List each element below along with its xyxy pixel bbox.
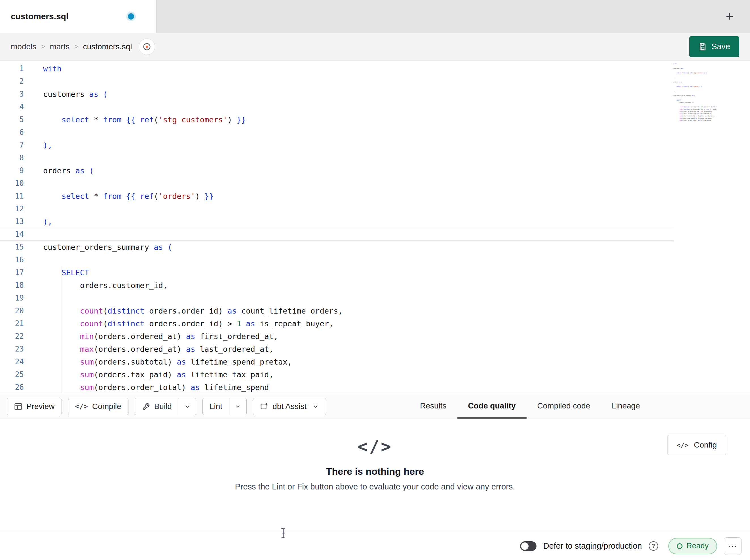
code-line[interactable]: 10 (0, 177, 673, 190)
code-line[interactable]: 1with (0, 62, 673, 75)
code-line[interactable]: 2 (0, 75, 673, 88)
tab-results[interactable]: Results (409, 394, 457, 419)
line-number: 10 (0, 177, 24, 190)
dbt-assist-button[interactable]: dbt Assist (253, 398, 326, 415)
unsaved-changes-dot (128, 13, 134, 20)
ready-circle-icon (677, 543, 683, 549)
dbt-assist-dropdown[interactable] (312, 403, 319, 410)
code-quality-panel: </> There is nothing here Press the Lint… (0, 419, 750, 532)
status-badge-label: Ready (687, 542, 709, 551)
code-line[interactable]: 24 sum(orders.subtotal) as lifetime_spen… (0, 355, 673, 368)
tab-lineage[interactable]: Lineage (601, 394, 651, 419)
chevron-down-icon (312, 403, 319, 410)
code-editor[interactable]: 1with23customers as (45 select * from {{… (0, 61, 750, 394)
new-tab-button[interactable] (722, 8, 737, 24)
minimap[interactable]: withcustomers as ( select * from {{ ref(… (673, 63, 716, 122)
code-lines: 1with23customers as (45 select * from {{… (0, 61, 750, 394)
save-button[interactable]: Save (689, 36, 739, 57)
lint-button-label: Lint (210, 402, 222, 411)
code-line[interactable]: 16 (0, 253, 673, 266)
line-number: 26 (0, 381, 24, 394)
line-number: 12 (0, 203, 24, 215)
line-number: 20 (0, 305, 24, 317)
code-line[interactable]: 22 min(orders.ordered_at) as first_order… (0, 330, 673, 343)
code-icon: </> (676, 442, 689, 449)
code-line[interactable]: 11 select * from {{ ref('orders') }} (0, 190, 673, 203)
plus-icon (725, 12, 734, 21)
line-number: 21 (0, 317, 24, 330)
code-line[interactable]: 15customer_orders_summary as ( (0, 241, 673, 253)
indent-guide (61, 266, 62, 394)
config-button[interactable]: </> Config (667, 435, 726, 455)
code-line[interactable]: 9orders as ( (0, 164, 673, 177)
code-line[interactable]: 7), (0, 139, 673, 151)
code-icon: </> (75, 402, 88, 411)
breadcrumb-separator: > (74, 42, 78, 51)
line-number: 9 (0, 164, 24, 177)
code-line[interactable]: 14 (0, 228, 673, 241)
code-line[interactable]: 19 (0, 292, 673, 305)
code-line[interactable]: 25 sum(orders.tax_paid) as lifetime_tax_… (0, 368, 673, 381)
code-line[interactable]: 8 (0, 151, 673, 164)
code-line[interactable]: 26 sum(orders.order_total) as lifetime_s… (0, 381, 673, 394)
build-button[interactable]: Build (135, 398, 196, 415)
line-number: 24 (0, 355, 24, 368)
line-number: 19 (0, 292, 24, 305)
line-number: 5 (0, 113, 24, 126)
wrench-icon (142, 402, 150, 411)
line-number: 11 (0, 190, 24, 203)
line-number: 3 (0, 88, 24, 101)
file-tab-customers-sql[interactable]: customers.sql (0, 0, 157, 33)
lint-dropdown[interactable] (229, 398, 241, 415)
more-options-button[interactable]: ⋯ (724, 537, 742, 555)
chevron-down-icon (184, 403, 191, 410)
code-line[interactable]: 12 (0, 203, 673, 215)
results-tab-strip: Results Code quality Compiled code Linea… (409, 394, 651, 419)
line-number: 17 (0, 266, 24, 279)
code-line[interactable]: 21 count(distinct orders.order_id) > 1 a… (0, 317, 673, 330)
line-number: 14 (0, 228, 24, 241)
line-number: 1 (0, 62, 24, 75)
line-number: 18 (0, 279, 24, 292)
code-line[interactable]: 5 select * from {{ ref('stg_customers') … (0, 113, 673, 126)
code-line[interactable]: 3customers as ( (0, 88, 673, 101)
build-button-label: Build (154, 402, 172, 411)
line-number: 22 (0, 330, 24, 343)
code-line[interactable]: 13), (0, 215, 673, 228)
dbt-assist-button-label: dbt Assist (273, 402, 307, 411)
preview-button[interactable]: Preview (7, 398, 62, 415)
docs-circle-button[interactable] (139, 39, 155, 55)
code-line[interactable]: 4 (0, 101, 673, 113)
editor-toolbar: Preview </> Compile Build Lint dbt (0, 394, 750, 419)
empty-state-title: There is nothing here (326, 466, 424, 477)
code-line[interactable]: 6 (0, 126, 673, 139)
breadcrumb-bar: models > marts > customers.sql Save (0, 33, 750, 61)
line-number: 16 (0, 253, 24, 266)
mouse-cursor (280, 527, 287, 540)
code-line[interactable]: 23 max(orders.ordered_at) as last_ordere… (0, 343, 673, 355)
line-number: 13 (0, 215, 24, 228)
code-line[interactable]: 17 SELECT (0, 266, 673, 279)
editor-tab-bar: customers.sql (0, 0, 750, 33)
lint-button[interactable]: Lint (202, 398, 247, 415)
build-dropdown[interactable] (179, 398, 191, 415)
breadcrumb-customers-sql[interactable]: customers.sql (83, 42, 132, 51)
breadcrumb-marts[interactable]: marts (50, 42, 70, 51)
code-line[interactable]: 18 orders.customer_id, (0, 279, 673, 292)
breadcrumb-separator: > (41, 42, 45, 51)
defer-toggle[interactable] (520, 541, 536, 551)
toggle-knob (521, 542, 529, 550)
tab-compiled-code[interactable]: Compiled code (527, 394, 601, 419)
help-icon[interactable]: ? (649, 541, 658, 551)
status-bar: Defer to staging/production ? Ready ⋯ (0, 532, 750, 560)
line-number: 2 (0, 75, 24, 88)
line-number: 25 (0, 368, 24, 381)
breadcrumb-models[interactable]: models (11, 42, 36, 51)
empty-state-code-icon: </> (358, 436, 392, 456)
compile-button[interactable]: </> Compile (68, 398, 129, 415)
code-line[interactable]: 20 count(distinct orders.order_id) as co… (0, 305, 673, 317)
tab-code-quality[interactable]: Code quality (457, 394, 527, 419)
config-button-label: Config (694, 440, 717, 450)
dbt-ide-window: customers.sql models > marts > customers… (0, 0, 750, 560)
status-badge[interactable]: Ready (668, 538, 717, 554)
